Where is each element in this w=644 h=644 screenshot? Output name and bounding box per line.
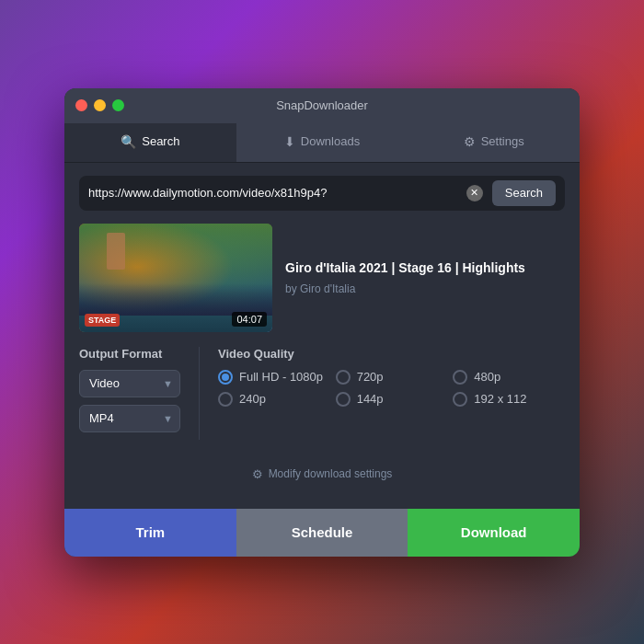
- modify-settings-link[interactable]: ⚙ Modify download settings: [79, 467, 565, 481]
- quality-label-480p: 480p: [474, 370, 500, 384]
- thumbnail-people-overlay: [79, 283, 272, 316]
- quality-label-1080p: Full HD - 1080p: [239, 370, 323, 384]
- search-tab-icon: 🔍: [121, 134, 136, 149]
- radio-1080p[interactable]: [218, 370, 233, 385]
- modify-settings-label: Modify download settings: [269, 467, 393, 480]
- container-select-wrapper: MP4 MKV AVI MOV ▼: [79, 405, 180, 432]
- thumbnail-badge: STAGE: [85, 314, 120, 327]
- app-window: SnapDownloader 🔍 Search ⬇ Downloads ⚙ Se…: [64, 88, 580, 557]
- video-quality-section: Video Quality Full HD - 1080p 720p 480p: [199, 347, 565, 440]
- quality-grid: Full HD - 1080p 720p 480p 240p: [218, 370, 565, 407]
- titlebar: SnapDownloader: [64, 88, 580, 123]
- radio-720p[interactable]: [336, 370, 351, 385]
- settings-tab-icon: ⚙: [464, 134, 476, 149]
- quality-option-720p[interactable]: 720p: [336, 370, 448, 385]
- tab-settings[interactable]: ⚙ Settings: [408, 123, 580, 162]
- video-title: Giro d'Italia 2021 | Stage 16 | Highligh…: [285, 259, 525, 278]
- format-select-wrapper: Video Audio Subtitles ▼: [79, 370, 180, 397]
- quality-label-720p: 720p: [357, 370, 384, 384]
- tab-settings-label: Settings: [481, 134, 524, 148]
- output-format-section: Output Format Video Audio Subtitles ▼ MP…: [79, 347, 180, 440]
- app-title: SnapDownloader: [276, 98, 368, 112]
- thumbnail-building: [107, 233, 125, 270]
- quality-option-240p[interactable]: 240p: [218, 392, 330, 407]
- video-duration: 04:07: [232, 312, 267, 327]
- trim-button[interactable]: Trim: [64, 509, 236, 557]
- quality-label-240p: 240p: [239, 392, 266, 406]
- radio-480p[interactable]: [453, 370, 467, 385]
- video-quality-label: Video Quality: [218, 347, 565, 361]
- bottom-buttons: Trim Schedule Download: [64, 509, 580, 557]
- container-select[interactable]: MP4 MKV AVI MOV: [79, 405, 180, 432]
- maximize-button[interactable]: [112, 99, 124, 111]
- traffic-lights: [75, 99, 124, 111]
- quality-option-144p[interactable]: 144p: [336, 392, 448, 407]
- options-section: Output Format Video Audio Subtitles ▼ MP…: [79, 347, 565, 440]
- radio-192x112[interactable]: [453, 392, 467, 407]
- video-info: Giro d'Italia 2021 | Stage 16 | Highligh…: [285, 224, 525, 332]
- tab-downloads-label: Downloads: [301, 134, 360, 148]
- clear-url-button[interactable]: ✕: [466, 185, 483, 201]
- radio-144p[interactable]: [336, 392, 351, 407]
- quality-option-480p[interactable]: 480p: [453, 370, 565, 385]
- minimize-button[interactable]: [94, 99, 106, 111]
- format-select[interactable]: Video Audio Subtitles: [79, 370, 180, 397]
- main-content: ✕ Search STAGE 04:07 Giro d'Italia 2021 …: [64, 163, 580, 509]
- close-button[interactable]: [75, 99, 87, 111]
- video-section: STAGE 04:07 Giro d'Italia 2021 | Stage 1…: [79, 224, 565, 332]
- url-input[interactable]: [88, 186, 466, 200]
- modify-settings-icon: ⚙: [252, 467, 263, 481]
- video-thumbnail: STAGE 04:07: [79, 224, 272, 332]
- tab-search-label: Search: [142, 134, 179, 148]
- video-channel: by Giro d'Italia: [285, 282, 525, 295]
- quality-option-192x112[interactable]: 192 x 112: [453, 392, 565, 407]
- tab-downloads[interactable]: ⬇ Downloads: [236, 123, 408, 162]
- downloads-tab-icon: ⬇: [284, 134, 295, 149]
- radio-240p[interactable]: [218, 392, 233, 407]
- search-bar-container: ✕ Search: [79, 176, 565, 211]
- tab-search[interactable]: 🔍 Search: [64, 123, 236, 162]
- schedule-button[interactable]: Schedule: [236, 509, 408, 557]
- tab-bar: 🔍 Search ⬇ Downloads ⚙ Settings: [64, 123, 580, 163]
- quality-label-192x112: 192 x 112: [474, 392, 526, 406]
- search-button[interactable]: Search: [492, 180, 556, 206]
- download-button[interactable]: Download: [408, 509, 580, 557]
- quality-option-1080p[interactable]: Full HD - 1080p: [218, 370, 330, 385]
- quality-label-144p: 144p: [357, 392, 384, 406]
- output-format-label: Output Format: [79, 347, 180, 361]
